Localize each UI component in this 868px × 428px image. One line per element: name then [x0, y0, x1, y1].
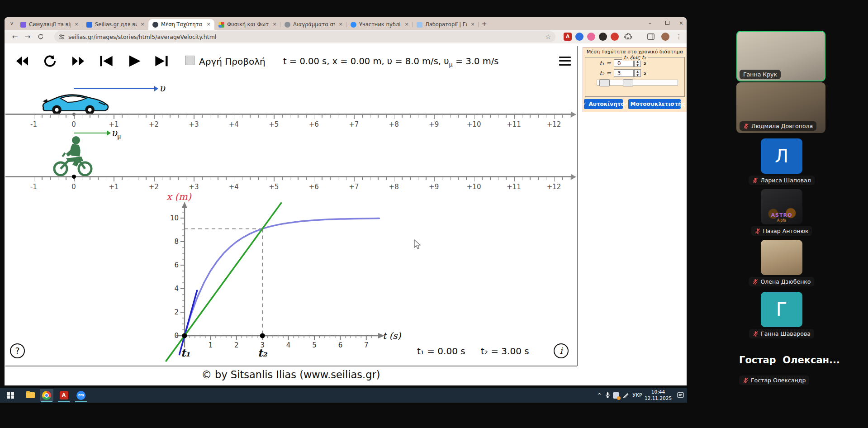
tray-app-icon[interactable] — [612, 388, 621, 403]
tab-close-icon[interactable]: × — [139, 21, 146, 28]
t2-spinner[interactable]: ▲ ▼ — [634, 69, 641, 77]
maximize-button[interactable] — [659, 17, 676, 29]
slider-handle-t2[interactable] — [623, 79, 633, 86]
info-button[interactable]: i — [554, 343, 569, 358]
red-extension-icon[interactable] — [611, 33, 619, 41]
ruler-minor-tick — [226, 177, 227, 180]
notification-center-icon[interactable] — [675, 388, 686, 403]
ruler-minor-tick — [482, 115, 483, 118]
panel-title-line2: t₁ έως t₂ — [583, 54, 687, 61]
tab-6[interactable]: Участник публікації - Zoom× — [346, 19, 413, 30]
tab-5[interactable]: Διαγράμματα στην Ευθύγραμμ× — [280, 19, 346, 30]
tab-close-icon[interactable]: × — [271, 21, 278, 28]
tab-close-icon[interactable]: × — [470, 21, 476, 28]
origin-dot — [72, 175, 76, 179]
zoom-taskbar-icon[interactable]: zm — [74, 389, 88, 401]
side-panel-icon[interactable] — [647, 33, 655, 41]
slow-motion-checkbox[interactable] — [185, 56, 194, 65]
t2-input[interactable] — [614, 69, 634, 77]
slider-handle-t1[interactable] — [599, 79, 610, 86]
motorcycle[interactable] — [50, 133, 99, 178]
car-toggle-button[interactable]: ✓ Αυτοκίνητο — [584, 99, 623, 109]
t1-spinner-down-icon[interactable]: ▼ — [635, 63, 640, 67]
file-explorer-icon[interactable] — [24, 389, 37, 401]
t2-axis-label: t₂ — [258, 347, 268, 359]
pencil-extension-icon[interactable] — [587, 33, 595, 41]
fast-forward-button[interactable] — [71, 54, 86, 68]
tab-7[interactable]: Лабораторії | Голаб× — [413, 19, 479, 30]
ruler-tick — [274, 115, 275, 119]
ruler-minor-tick — [162, 177, 163, 180]
skip-to-end-button[interactable] — [154, 54, 169, 68]
ruler-tick — [474, 177, 475, 181]
dark-extension-icon[interactable] — [599, 33, 607, 41]
tab-close-icon[interactable]: × — [337, 21, 344, 28]
t2-spinner-down-icon[interactable]: ▼ — [635, 73, 640, 77]
blue-extension-icon[interactable] — [575, 33, 583, 41]
participant-tile-5[interactable] — [761, 240, 802, 275]
ruler-tick — [314, 177, 315, 181]
tray-chevron-icon[interactable]: ^ — [595, 388, 603, 403]
participant-tile-4[interactable]: ASTROAlpfa — [761, 189, 802, 224]
sim-menu-icon[interactable] — [559, 57, 571, 66]
ruler-minor-tick — [66, 177, 66, 180]
acrobat-taskbar-icon[interactable]: A — [57, 389, 71, 401]
tab-close-icon[interactable]: × — [73, 21, 80, 28]
forward-icon[interactable]: → — [23, 32, 33, 42]
extensions-puzzle-icon[interactable] — [624, 33, 632, 41]
motorcyclist-toggle-button[interactable]: ✓ Μοτοσυκλετιστής — [628, 99, 681, 109]
tray-microphone-icon[interactable] — [603, 388, 612, 403]
tab-2[interactable]: Seilias.gr для вивчення механ× — [82, 19, 148, 30]
acrobat-extension-icon[interactable]: A — [564, 33, 572, 41]
time-range-slider[interactable] — [597, 80, 678, 86]
close-window-button[interactable]: × — [676, 17, 687, 29]
ruler-minor-tick — [546, 115, 547, 118]
language-indicator[interactable]: УКР — [631, 388, 644, 403]
ruler-tick-label: +3 — [185, 120, 203, 128]
tab-close-icon[interactable]: × — [403, 21, 410, 28]
skip-to-start-button[interactable] — [99, 54, 114, 68]
ruler-minor-tick — [106, 177, 107, 180]
average-velocity-panel: Μέση Ταχύτητα στο χρονικό διάστημα από t… — [583, 47, 687, 112]
ruler-minor-tick — [442, 115, 443, 118]
t2-spinner-up-icon[interactable]: ▲ — [635, 70, 640, 73]
ruler-tick — [514, 177, 515, 181]
marker-dot — [182, 333, 187, 338]
ruler-minor-tick — [282, 115, 283, 118]
ruler-minor-tick — [186, 177, 187, 180]
minimize-button[interactable]: – — [641, 17, 659, 29]
new-tab-button[interactable]: + — [480, 20, 488, 28]
tab-4[interactable]: Φυσική και Φωτογραφία - Δια× — [214, 19, 280, 30]
bookmark-star-icon[interactable]: ☆ — [545, 33, 551, 40]
ruler-minor-tick — [122, 177, 123, 180]
start-button[interactable] — [4, 389, 17, 401]
participant-tile-6[interactable]: Г — [761, 292, 802, 327]
chrome-taskbar-icon[interactable] — [40, 389, 53, 401]
profile-avatar[interactable] — [661, 33, 669, 41]
participant-tile-3[interactable]: Л — [761, 138, 802, 174]
browser-menu-kebab-icon[interactable]: ⋮ — [675, 33, 683, 41]
ruler-minor-tick — [370, 115, 371, 118]
car[interactable] — [40, 91, 111, 116]
back-icon[interactable]: ← — [10, 32, 20, 42]
tab-3[interactable]: Μέση Ταχύτητα× — [148, 19, 214, 30]
tray-pen-icon[interactable] — [621, 388, 630, 403]
ruler-minor-tick — [258, 115, 259, 118]
help-button[interactable]: ? — [10, 343, 25, 358]
tab-close-icon[interactable]: × — [205, 21, 212, 28]
address-bar[interactable]: seilias.gr/images/stories/html5/averageV… — [54, 31, 555, 42]
reset-button[interactable] — [43, 54, 58, 68]
tab-search-chevron-icon[interactable]: v — [8, 20, 15, 27]
reload-icon[interactable] — [36, 32, 46, 42]
series-0 — [185, 219, 379, 336]
ruler-minor-tick — [50, 177, 51, 180]
tab-1[interactable]: Симуляції та віртуальні лабор× — [16, 19, 82, 30]
rewind-button[interactable] — [14, 54, 30, 68]
play-button[interactable] — [127, 54, 142, 68]
clock[interactable]: 10:44 12.11.2025 — [644, 388, 672, 403]
footer-divider — [5, 366, 577, 366]
t2-input-label: t₂ = — [597, 70, 611, 76]
tab-strip: v Симуляції та віртуальні лабор×Seilias.… — [5, 17, 687, 30]
ruler-minor-tick — [258, 177, 259, 180]
ruler-minor-tick — [330, 177, 331, 180]
